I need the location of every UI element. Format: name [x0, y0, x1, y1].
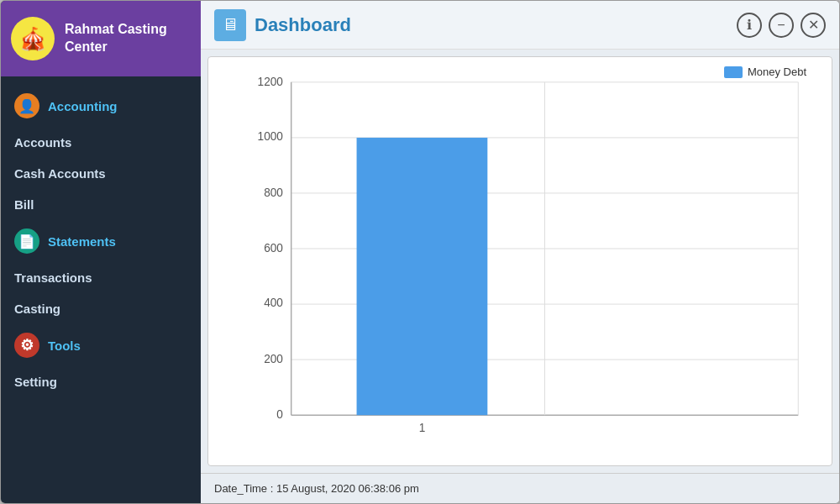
- bar-money-debt: [357, 138, 488, 415]
- sidebar-item-bill[interactable]: Bill: [1, 189, 201, 220]
- page-title: Dashboard: [255, 14, 351, 36]
- sidebar-item-accounting[interactable]: 👤 Accounting: [1, 85, 201, 127]
- svg-text:1200: 1200: [258, 76, 284, 88]
- app-logo: 🎪: [11, 17, 55, 60]
- sidebar-item-transactions[interactable]: Transactions: [1, 262, 201, 293]
- accounting-label: Accounting: [48, 99, 118, 113]
- status-bar: Date_Time : 15 August, 2020 06:38:06 pm: [201, 473, 839, 503]
- app-window: 🎪 Rahmat Casting Center 👤 Accounting Acc…: [0, 0, 840, 504]
- statements-label: Statements: [48, 234, 116, 249]
- info-button[interactable]: ℹ: [737, 13, 762, 38]
- window-frame: 🎪 Rahmat Casting Center 👤 Accounting Acc…: [1, 1, 839, 503]
- bill-label: Bill: [14, 197, 34, 212]
- legend-label: Money Debt: [748, 66, 806, 78]
- svg-text:200: 200: [264, 353, 283, 365]
- inner-panel: Money Debt 1200 1000: [207, 56, 832, 466]
- sidebar-item-statements[interactable]: 📄 Statements: [1, 220, 201, 262]
- chart-container: Money Debt 1200 1000: [208, 57, 832, 465]
- dashboard-icon: 🖥: [214, 9, 246, 41]
- svg-text:1000: 1000: [258, 130, 284, 143]
- setting-label: Setting: [14, 375, 57, 389]
- datetime-label: Date_Time :: [214, 482, 273, 495]
- accounts-label: Accounts: [14, 135, 71, 150]
- svg-text:600: 600: [264, 242, 283, 255]
- main-content: 🖥 Dashboard ℹ − ✕ Money Debt: [201, 1, 839, 503]
- tools-label: Tools: [48, 339, 81, 353]
- svg-text:800: 800: [264, 186, 283, 198]
- bar-chart: 1200 1000 800 600 400: [250, 66, 806, 432]
- dashboard-title-area: 🖥 Dashboard: [214, 9, 351, 41]
- accounting-icon: 👤: [14, 93, 39, 118]
- sidebar-item-accounts[interactable]: Accounts: [1, 127, 201, 158]
- legend-color-swatch: [724, 66, 743, 78]
- sidebar-item-setting[interactable]: Setting: [1, 366, 201, 397]
- minimize-button[interactable]: −: [769, 13, 794, 38]
- tools-icon: ⚙: [14, 333, 39, 358]
- sidebar-header: 🎪 Rahmat Casting Center: [1, 1, 201, 76]
- svg-text:0: 0: [276, 408, 283, 421]
- svg-text:1: 1: [419, 422, 426, 432]
- cash-accounts-label: Cash Accounts: [14, 166, 106, 181]
- sidebar-item-tools[interactable]: ⚙ Tools: [1, 324, 201, 366]
- statements-icon: 📄: [14, 228, 39, 254]
- datetime-value: 15 August, 2020 06:38:06 pm: [276, 482, 419, 495]
- chart-legend: Money Debt: [724, 66, 806, 78]
- top-bar: 🖥 Dashboard ℹ − ✕: [201, 1, 839, 50]
- sidebar-item-casting[interactable]: Casting: [1, 293, 201, 324]
- svg-text:400: 400: [264, 297, 283, 309]
- sidebar-item-cash-accounts[interactable]: Cash Accounts: [1, 158, 201, 189]
- window-controls: ℹ − ✕: [737, 13, 826, 38]
- transactions-label: Transactions: [14, 270, 92, 285]
- sidebar-nav: 👤 Accounting Accounts Cash Accounts Bill: [1, 76, 201, 503]
- casting-label: Casting: [14, 302, 60, 316]
- app-title: Rahmat Casting Center: [65, 21, 191, 56]
- close-button[interactable]: ✕: [801, 13, 826, 38]
- sidebar: 🎪 Rahmat Casting Center 👤 Accounting Acc…: [1, 1, 201, 503]
